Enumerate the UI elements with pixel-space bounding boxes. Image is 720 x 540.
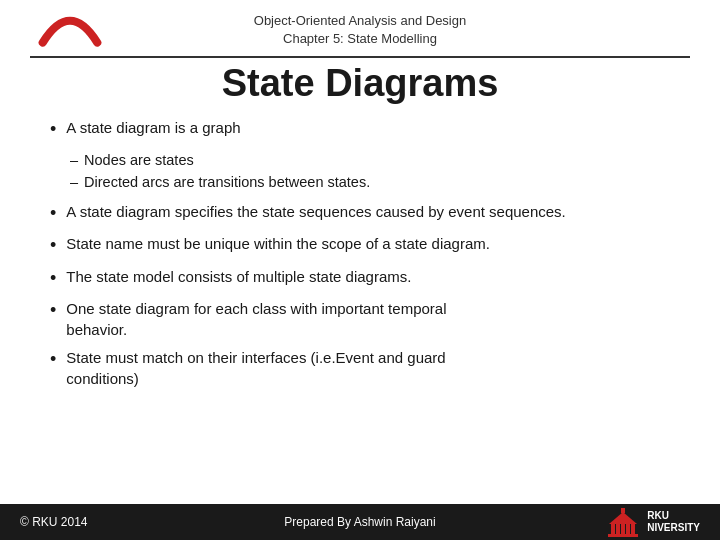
- footer-logo-area: RKUNIVERSITY: [605, 504, 700, 540]
- sub-bullet-2-text: Directed arcs are transitions between st…: [84, 172, 370, 192]
- svg-marker-5: [609, 512, 637, 524]
- arc-logo-container: [30, 8, 110, 52]
- svg-rect-3: [626, 524, 630, 534]
- bullet-dot-6: •: [50, 347, 56, 372]
- content-area: • A state diagram is a graph – Nodes are…: [0, 109, 720, 540]
- sub-dash-2: –: [70, 172, 78, 192]
- bullet-4-text: The state model consists of multiple sta…: [66, 266, 411, 287]
- svg-rect-7: [621, 508, 625, 513]
- bullet-3-text: State name must be unique within the sco…: [66, 233, 490, 254]
- sub-bullet-1: – Nodes are states: [70, 150, 680, 170]
- bullet-6: • State must match on their interfaces (…: [50, 347, 680, 389]
- bullet-1: • A state diagram is a graph: [50, 117, 680, 142]
- bullet-5: • One state diagram for each class with …: [50, 298, 680, 340]
- bullet-dot-3: •: [50, 233, 56, 258]
- bullet-1-text: A state diagram is a graph: [66, 117, 240, 138]
- bullet-5-text: One state diagram for each class with im…: [66, 298, 446, 340]
- bullet-4: • The state model consists of multiple s…: [50, 266, 680, 291]
- slide-title: State Diagrams: [222, 62, 499, 105]
- svg-rect-4: [631, 524, 635, 534]
- svg-rect-1: [616, 524, 620, 534]
- sub-dash-1: –: [70, 150, 78, 170]
- sub-bullets-1: – Nodes are states – Directed arcs are t…: [70, 150, 680, 195]
- arc-logo-icon: [30, 8, 110, 48]
- slide: Object-Oriented Analysis and Design Chap…: [0, 0, 720, 540]
- footer-copyright: © RKU 2014: [20, 515, 88, 529]
- header-subtitle: Object-Oriented Analysis and Design Chap…: [254, 12, 466, 48]
- bullet-dot-4: •: [50, 266, 56, 291]
- bullet-dot-2: •: [50, 201, 56, 226]
- bullet-3: • State name must be unique within the s…: [50, 233, 680, 258]
- sub-bullet-2: – Directed arcs are transitions between …: [70, 172, 680, 192]
- header: Object-Oriented Analysis and Design Chap…: [0, 0, 720, 109]
- bullet-2-text: A state diagram specifies the state sequ…: [66, 201, 565, 222]
- header-divider: [30, 56, 690, 58]
- svg-rect-2: [621, 524, 625, 534]
- footer: © RKU 2014 Prepared By Ashwin Raiyani RK…: [0, 504, 720, 540]
- sub-bullet-1-text: Nodes are states: [84, 150, 194, 170]
- footer-author: Prepared By Ashwin Raiyani: [284, 515, 435, 529]
- bullet-dot-5: •: [50, 298, 56, 323]
- rku-logo-text: RKUNIVERSITY: [647, 510, 700, 534]
- rku-logo-icon: [605, 504, 641, 540]
- svg-rect-0: [611, 524, 615, 534]
- svg-rect-6: [608, 534, 638, 537]
- bullet-2: • A state diagram specifies the state se…: [50, 201, 680, 226]
- bullet-6-text: State must match on their interfaces (i.…: [66, 347, 445, 389]
- bullet-dot-1: •: [50, 117, 56, 142]
